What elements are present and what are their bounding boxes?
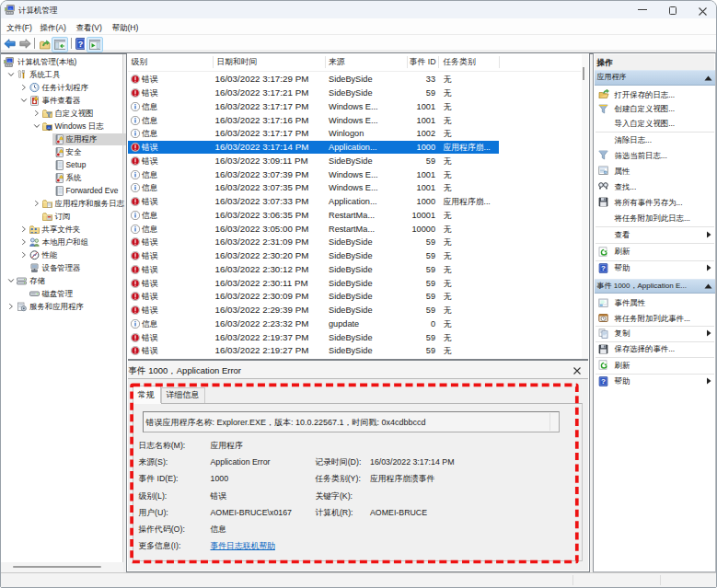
- svg-text:?: ?: [601, 377, 606, 386]
- svg-text:?: ?: [601, 264, 606, 272]
- svg-text:?: ?: [77, 40, 83, 49]
